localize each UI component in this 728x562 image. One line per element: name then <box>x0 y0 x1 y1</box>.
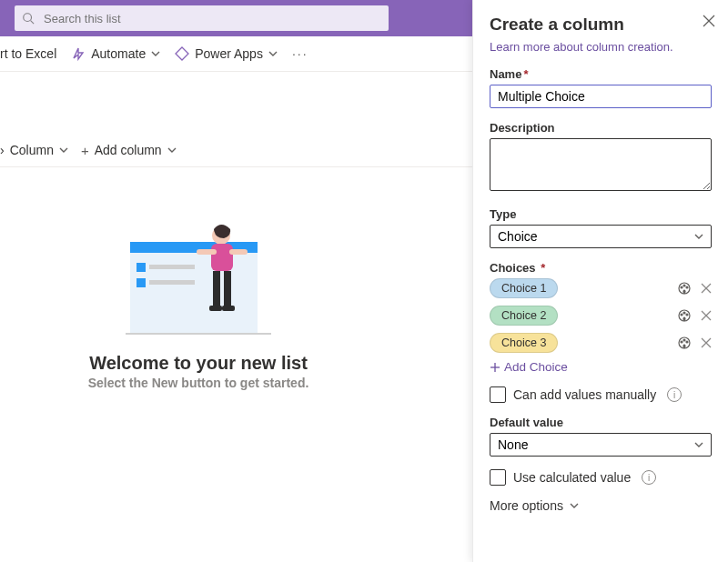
svg-rect-4 <box>136 263 146 272</box>
plus-icon: + <box>81 143 89 158</box>
svg-rect-13 <box>224 271 231 307</box>
svg-rect-7 <box>149 280 195 285</box>
chevron-down-icon <box>569 500 580 511</box>
svg-point-28 <box>686 314 688 316</box>
chevron-down-icon <box>151 49 160 58</box>
svg-point-0 <box>24 14 32 22</box>
automate-icon <box>71 46 86 61</box>
create-column-panel: Create a column Learn more about column … <box>472 0 728 562</box>
color-picker-icon[interactable] <box>677 281 692 296</box>
default-value[interactable] <box>490 433 712 457</box>
svg-rect-12 <box>213 271 220 307</box>
more-options-button[interactable]: More options <box>490 498 712 513</box>
automate-button[interactable]: Automate <box>71 46 160 61</box>
svg-point-34 <box>686 341 688 343</box>
add-choice-button[interactable]: Add Choice <box>490 360 712 374</box>
svg-rect-5 <box>149 265 195 269</box>
can-add-manual-checkbox[interactable]: Can add values manually i <box>490 386 712 403</box>
chevron-down-icon <box>59 146 68 155</box>
column-header-label: Column <box>10 143 54 157</box>
svg-point-20 <box>681 286 682 288</box>
search-input[interactable] <box>42 11 381 26</box>
svg-rect-9 <box>211 244 233 271</box>
search-box[interactable] <box>15 5 389 31</box>
automate-label: Automate <box>91 46 146 61</box>
chevron-down-icon <box>167 146 177 155</box>
svg-point-26 <box>681 314 682 316</box>
calculated-value-checkbox[interactable]: Use calculated value i <box>490 469 712 486</box>
choices-label: Choices * <box>490 261 712 275</box>
description-input[interactable] <box>490 138 712 191</box>
svg-rect-15 <box>222 306 235 311</box>
choice-row: Choice 1 <box>490 278 712 298</box>
empty-state-subtitle: Select the New button to get started. <box>44 376 353 390</box>
search-icon <box>22 12 35 25</box>
empty-state-title: Welcome to your new list <box>44 353 353 374</box>
remove-choice-icon[interactable] <box>701 310 712 321</box>
power-apps-icon <box>175 46 189 61</box>
choice-chip[interactable]: Choice 2 <box>490 306 558 326</box>
export-excel-button[interactable]: rt to Excel <box>0 46 56 61</box>
type-select[interactable] <box>490 225 712 248</box>
remove-choice-icon[interactable] <box>701 283 712 294</box>
chevron-down-icon <box>268 49 278 58</box>
svg-rect-2 <box>130 242 258 333</box>
plus-icon <box>490 362 500 373</box>
description-label: Description <box>490 121 712 135</box>
learn-more-link[interactable]: Learn more about column creation. <box>490 40 673 54</box>
checkbox-icon <box>490 469 506 486</box>
close-icon <box>703 15 715 27</box>
choice-row: Choice 2 <box>490 306 712 326</box>
svg-rect-14 <box>209 306 222 311</box>
color-picker-icon[interactable] <box>677 336 692 350</box>
default-value-label: Default value <box>490 416 712 429</box>
choice-chip[interactable]: Choice 1 <box>490 278 558 298</box>
export-excel-label: rt to Excel <box>0 46 56 61</box>
svg-line-1 <box>31 21 35 25</box>
more-commands-button[interactable]: ··· <box>292 46 308 61</box>
empty-state: Welcome to your new list Select the New … <box>44 222 353 390</box>
empty-state-illustration <box>126 222 271 340</box>
close-button[interactable] <box>703 15 715 27</box>
remove-choice-icon[interactable] <box>701 337 712 348</box>
svg-rect-10 <box>197 249 217 255</box>
svg-point-27 <box>683 312 685 314</box>
name-label: Name* <box>490 67 712 81</box>
svg-rect-11 <box>229 249 248 255</box>
choice-chip[interactable]: Choice 3 <box>490 333 558 353</box>
can-add-manual-label: Can add values manually <box>513 387 656 402</box>
column-header[interactable]: › Column <box>0 143 68 157</box>
svg-rect-6 <box>136 278 146 287</box>
svg-point-32 <box>681 341 682 343</box>
more-options-label: More options <box>490 498 563 513</box>
power-apps-label: Power Apps <box>195 46 263 61</box>
default-value-select[interactable] <box>490 433 712 457</box>
svg-rect-16 <box>126 333 271 335</box>
panel-title: Create a column <box>490 15 712 35</box>
type-label: Type <box>490 207 712 221</box>
info-icon[interactable]: i <box>642 470 656 485</box>
color-picker-icon[interactable] <box>677 308 692 323</box>
checkbox-icon <box>490 386 506 403</box>
add-column-label: Add column <box>95 143 162 157</box>
type-value[interactable] <box>490 225 712 248</box>
svg-point-33 <box>683 339 685 341</box>
add-column-button[interactable]: + Add column <box>81 143 177 158</box>
info-icon[interactable]: i <box>667 387 682 402</box>
choice-row: Choice 3 <box>490 333 712 353</box>
add-choice-label: Add Choice <box>504 360 568 374</box>
svg-point-21 <box>683 285 685 286</box>
name-input[interactable] <box>490 85 712 108</box>
power-apps-button[interactable]: Power Apps <box>175 46 278 61</box>
calculated-value-label: Use calculated value <box>513 470 631 485</box>
svg-point-22 <box>686 286 688 288</box>
